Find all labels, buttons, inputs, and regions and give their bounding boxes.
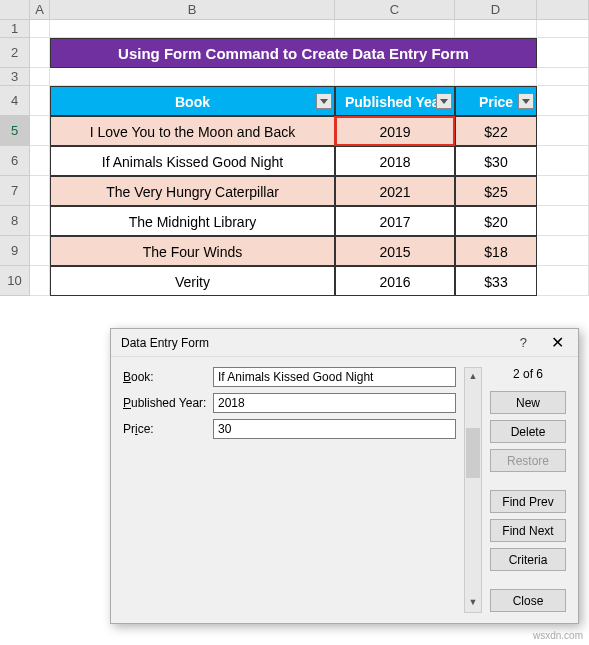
th-book[interactable]: Book bbox=[50, 86, 335, 116]
cell-price-2[interactable]: $25 bbox=[455, 176, 537, 206]
filter-button-book[interactable] bbox=[316, 93, 332, 109]
row-header-6[interactable]: 6 bbox=[0, 146, 30, 176]
row-header-3[interactable]: 3 bbox=[0, 68, 30, 86]
cell-book-4[interactable]: The Four Winds bbox=[50, 236, 335, 266]
scrollbar[interactable]: ▲ ▼ bbox=[464, 367, 482, 613]
col-header-a[interactable]: A bbox=[30, 0, 50, 20]
cell-e1[interactable] bbox=[537, 20, 589, 38]
delete-button[interactable]: Delete bbox=[490, 420, 566, 443]
cell-year-0[interactable]: 2019 bbox=[335, 116, 455, 146]
cell-a5[interactable] bbox=[30, 116, 50, 146]
input-year[interactable] bbox=[213, 393, 456, 413]
scroll-down-icon[interactable]: ▼ bbox=[465, 594, 481, 612]
new-button[interactable]: New bbox=[490, 391, 566, 414]
cell-a2[interactable] bbox=[30, 38, 50, 68]
label-year: Published Year: bbox=[123, 396, 213, 410]
cell-e7[interactable] bbox=[537, 176, 589, 206]
cell-price-5[interactable]: $33 bbox=[455, 266, 537, 296]
cell-e5[interactable] bbox=[537, 116, 589, 146]
criteria-button[interactable]: Criteria bbox=[490, 548, 566, 571]
cell-a9[interactable] bbox=[30, 236, 50, 266]
dialog-buttons: 2 of 6 New Delete Restore Find Prev Find… bbox=[490, 367, 566, 613]
cell-price-4[interactable]: $18 bbox=[455, 236, 537, 266]
th-price[interactable]: Price bbox=[455, 86, 537, 116]
watermark: wsxdn.com bbox=[533, 630, 583, 641]
input-price[interactable] bbox=[213, 419, 456, 439]
th-year[interactable]: Published Year bbox=[335, 86, 455, 116]
row-header-8[interactable]: 8 bbox=[0, 206, 30, 236]
label-book: Book: bbox=[123, 370, 213, 384]
title-cell[interactable]: Using Form Command to Create Data Entry … bbox=[50, 38, 537, 68]
dialog-titlebar[interactable]: Data Entry Form ? ✕ bbox=[111, 329, 578, 357]
cell-b1[interactable] bbox=[50, 20, 335, 38]
cell-e9[interactable] bbox=[537, 236, 589, 266]
cell-a8[interactable] bbox=[30, 206, 50, 236]
corner-cell[interactable] bbox=[0, 0, 30, 20]
cell-a7[interactable] bbox=[30, 176, 50, 206]
cell-a3[interactable] bbox=[30, 68, 50, 86]
cell-year-4[interactable]: 2015 bbox=[335, 236, 455, 266]
cell-year-1[interactable]: 2018 bbox=[335, 146, 455, 176]
cell-book-5[interactable]: Verity bbox=[50, 266, 335, 296]
label-price: Price: bbox=[123, 422, 213, 436]
th-book-label: Book bbox=[175, 94, 210, 110]
cell-e4[interactable] bbox=[537, 86, 589, 116]
cell-d1[interactable] bbox=[455, 20, 537, 38]
cell-e8[interactable] bbox=[537, 206, 589, 236]
restore-button[interactable]: Restore bbox=[490, 449, 566, 472]
close-icon[interactable]: ✕ bbox=[543, 333, 572, 352]
find-prev-button[interactable]: Find Prev bbox=[490, 490, 566, 513]
help-icon[interactable]: ? bbox=[520, 335, 527, 350]
find-next-button[interactable]: Find Next bbox=[490, 519, 566, 542]
row-header-9[interactable]: 9 bbox=[0, 236, 30, 266]
scroll-thumb[interactable] bbox=[466, 428, 480, 478]
form-fields: Book: Published Year: Price: bbox=[123, 367, 456, 613]
row-header-5[interactable]: 5 bbox=[0, 116, 30, 146]
cell-year-3[interactable]: 2017 bbox=[335, 206, 455, 236]
chevron-down-icon bbox=[522, 99, 530, 104]
cell-a4[interactable] bbox=[30, 86, 50, 116]
row-header-4[interactable]: 4 bbox=[0, 86, 30, 116]
close-button[interactable]: Close bbox=[490, 589, 566, 612]
cell-c3[interactable] bbox=[335, 68, 455, 86]
cell-book-2[interactable]: The Very Hungry Caterpillar bbox=[50, 176, 335, 206]
cell-price-0[interactable]: $22 bbox=[455, 116, 537, 146]
filter-button-price[interactable] bbox=[518, 93, 534, 109]
col-header-b[interactable]: B bbox=[50, 0, 335, 20]
spreadsheet: A B C D 1 2 Using Form Command to Create… bbox=[0, 0, 589, 296]
cell-e6[interactable] bbox=[537, 146, 589, 176]
dialog-title-label: Data Entry Form bbox=[121, 336, 209, 350]
chevron-down-icon bbox=[440, 99, 448, 104]
cell-b3[interactable] bbox=[50, 68, 335, 86]
cell-price-3[interactable]: $20 bbox=[455, 206, 537, 236]
th-price-label: Price bbox=[479, 94, 513, 110]
cell-e10[interactable] bbox=[537, 266, 589, 296]
chevron-down-icon bbox=[320, 99, 328, 104]
cell-book-1[interactable]: If Animals Kissed Good Night bbox=[50, 146, 335, 176]
th-year-label: Published Year bbox=[345, 94, 445, 110]
cell-c1[interactable] bbox=[335, 20, 455, 38]
record-counter: 2 of 6 bbox=[490, 367, 566, 381]
cell-e3[interactable] bbox=[537, 68, 589, 86]
cell-price-1[interactable]: $30 bbox=[455, 146, 537, 176]
input-book[interactable] bbox=[213, 367, 456, 387]
cell-a10[interactable] bbox=[30, 266, 50, 296]
row-header-1[interactable]: 1 bbox=[0, 20, 30, 38]
col-header-extra[interactable] bbox=[537, 0, 589, 20]
cell-d3[interactable] bbox=[455, 68, 537, 86]
cell-a1[interactable] bbox=[30, 20, 50, 38]
col-header-c[interactable]: C bbox=[335, 0, 455, 20]
cell-year-5[interactable]: 2016 bbox=[335, 266, 455, 296]
row-header-2[interactable]: 2 bbox=[0, 38, 30, 68]
cell-a6[interactable] bbox=[30, 146, 50, 176]
row-header-10[interactable]: 10 bbox=[0, 266, 30, 296]
data-entry-dialog: Data Entry Form ? ✕ Book: Published Year… bbox=[110, 328, 579, 624]
col-header-d[interactable]: D bbox=[455, 0, 537, 20]
cell-e2[interactable] bbox=[537, 38, 589, 68]
row-header-7[interactable]: 7 bbox=[0, 176, 30, 206]
cell-year-2[interactable]: 2021 bbox=[335, 176, 455, 206]
cell-book-0[interactable]: I Love You to the Moon and Back bbox=[50, 116, 335, 146]
filter-button-year[interactable] bbox=[436, 93, 452, 109]
cell-book-3[interactable]: The Midnight Library bbox=[50, 206, 335, 236]
scroll-up-icon[interactable]: ▲ bbox=[465, 368, 481, 386]
